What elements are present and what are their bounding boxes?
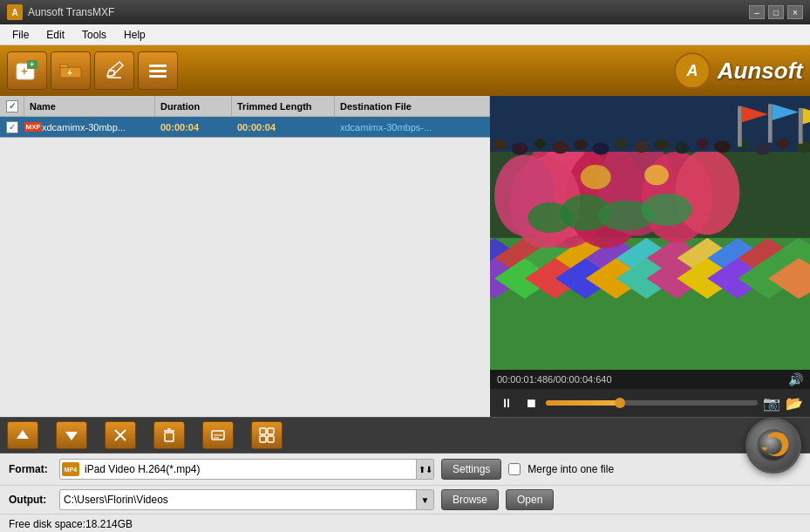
preview-controls: ⏸ ⏹ 📷 📂 (490, 389, 810, 417)
svg-point-59 (552, 141, 568, 153)
svg-rect-75 (768, 104, 773, 142)
add-folder-button[interactable]: + (51, 51, 91, 90)
check-all-checkbox[interactable]: ✓ (6, 100, 18, 113)
audio-icon[interactable]: 🔊 (788, 372, 803, 386)
row-checkbox[interactable]: ✓ (6, 121, 18, 133)
format-value: iPad Video H.264(*.mp4) (81, 463, 416, 475)
segment-button[interactable] (251, 421, 282, 449)
menu-edit[interactable]: Edit (37, 27, 73, 43)
title-bar-controls: – □ × (749, 5, 803, 19)
merge-checkbox[interactable] (508, 463, 521, 475)
toolbar: + + + (0, 45, 810, 96)
total-time: 00:00:04:640 (555, 374, 611, 385)
title-bar-left: A Aunsoft TransMXF (7, 4, 114, 20)
svg-point-66 (696, 139, 708, 149)
edit-button[interactable] (94, 51, 134, 90)
svg-point-47 (675, 150, 739, 235)
merge-label: Merge into one file (528, 463, 614, 475)
row-checkbox-cell[interactable]: ✓ (0, 121, 24, 133)
stop-button[interactable]: ⏹ (521, 394, 541, 412)
svg-text:MP4: MP4 (65, 467, 78, 473)
snapshot-button[interactable]: 📷 (763, 395, 780, 412)
browse-button[interactable]: Browse (441, 489, 499, 510)
column-trimmed-length: Trimmed Length (232, 96, 335, 116)
table-row[interactable]: ✓ MXF xdcamimx-30mbp... 00:00:04 00:00:0… (0, 117, 490, 138)
pause-button[interactable]: ⏸ (497, 394, 516, 412)
svg-point-64 (654, 140, 670, 150)
move-down-button[interactable] (56, 421, 87, 449)
svg-point-62 (615, 139, 627, 149)
bottom-controls-bar (0, 417, 810, 454)
app-logo-icon: A (7, 4, 23, 20)
file-list-panel: ✓ Name Duration Trimmed Length Destinati… (0, 96, 490, 417)
file-list-header: ✓ Name Duration Trimmed Length Destinati… (0, 96, 490, 117)
open-button[interactable]: Open (506, 489, 554, 510)
svg-rect-90 (268, 428, 274, 434)
svg-point-63 (634, 140, 648, 153)
column-destination-file: Destination File (335, 96, 490, 116)
maximize-button[interactable]: □ (768, 5, 784, 19)
svg-point-60 (574, 140, 588, 150)
move-up-button[interactable] (7, 421, 38, 449)
minimize-button[interactable]: – (749, 5, 765, 19)
svg-marker-78 (803, 108, 810, 125)
format-dropdown-arrow[interactable]: ⬆⬇ (416, 460, 433, 479)
progress-bar[interactable] (546, 400, 758, 406)
file-type-icon: MXF (24, 122, 42, 132)
svg-point-65 (675, 141, 689, 153)
svg-point-69 (755, 142, 772, 154)
list-button[interactable] (138, 51, 178, 90)
svg-point-70 (777, 139, 789, 149)
check-all-cell[interactable]: ✓ (0, 96, 24, 116)
output-path-wrapper[interactable]: C:\Users\Florin\Videos ▼ (59, 489, 434, 510)
preview-panel: 00:00:01:486/00:00:04:640 🔊 ⏸ ⏹ 📷 📂 (490, 96, 810, 417)
preview-video[interactable] (490, 96, 810, 370)
convert-button[interactable] (745, 418, 801, 474)
menu-help[interactable]: Help (115, 27, 154, 43)
file-name: xdcamimx-30mbp... (42, 122, 155, 133)
svg-point-53 (644, 165, 669, 185)
format-select-wrapper[interactable]: MP4 iPad Video H.264(*.mp4) ⬆⬇ (59, 459, 434, 480)
menu-tools[interactable]: Tools (73, 27, 115, 43)
close-button[interactable]: × (787, 5, 803, 19)
status-text: Free disk space:18.214GB (9, 518, 133, 530)
svg-text:A: A (685, 62, 698, 79)
menu-file[interactable]: File (3, 27, 37, 43)
svg-point-58 (534, 139, 546, 149)
subtitle-button[interactable] (202, 421, 234, 449)
svg-point-67 (714, 140, 731, 153)
settings-button[interactable]: Settings (441, 459, 501, 480)
file-destination: xdcamimx-30mbps-... (335, 122, 490, 133)
clear-button[interactable] (153, 421, 185, 449)
svg-point-50 (528, 202, 572, 233)
file-duration: 00:00:04 (155, 122, 232, 133)
convert-button-area (745, 418, 801, 474)
column-name: Name (24, 96, 155, 116)
svg-marker-80 (65, 432, 78, 440)
title-bar: A Aunsoft TransMXF – □ × (0, 0, 810, 24)
preview-time-bar: 00:00:01:486/00:00:04:640 🔊 (490, 370, 810, 389)
folder-button[interactable]: 📂 (786, 395, 803, 412)
svg-rect-83 (165, 433, 174, 441)
status-bar: Free disk space:18.214GB (0, 514, 810, 532)
add-files-button[interactable]: + + (7, 51, 47, 90)
file-type-badge: MXF (24, 122, 43, 132)
brand-name: Aunsoft (718, 58, 803, 85)
progress-fill (546, 400, 620, 406)
svg-rect-92 (268, 436, 274, 442)
progress-thumb[interactable] (615, 398, 625, 408)
toolbar-left: + + + (7, 51, 178, 90)
svg-point-61 (593, 142, 609, 154)
app-title: Aunsoft TransMXF (28, 6, 114, 18)
svg-text:+: + (21, 65, 28, 78)
svg-rect-73 (738, 106, 742, 147)
svg-rect-8 (149, 65, 167, 67)
svg-marker-79 (17, 430, 29, 439)
output-bar: Output: C:\Users\Florin\Videos ▼ Browse … (0, 486, 810, 514)
svg-rect-77 (799, 108, 803, 144)
file-list-body: ✓ MXF xdcamimx-30mbp... 00:00:04 00:00:0… (0, 117, 490, 417)
video-display (490, 96, 810, 370)
remove-button[interactable] (105, 421, 136, 449)
output-dropdown-arrow[interactable]: ▼ (416, 490, 433, 509)
format-icon: MP4 (60, 462, 81, 476)
